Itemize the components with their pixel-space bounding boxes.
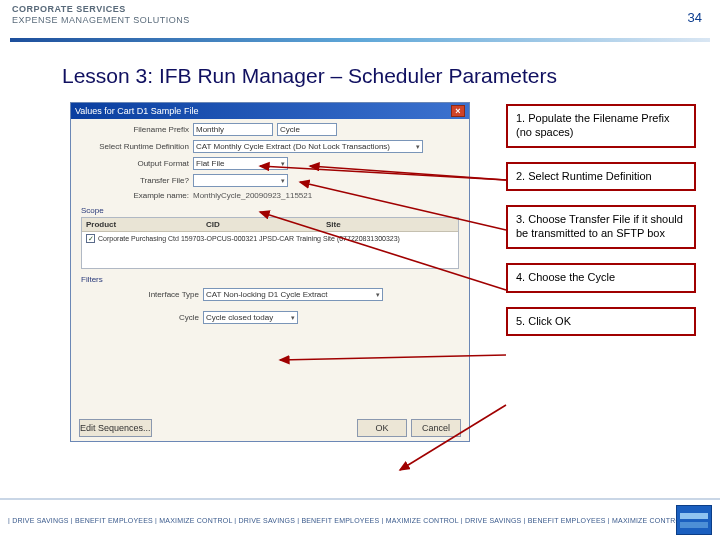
scope-col-product: Product: [82, 218, 202, 231]
filename-prefix-input-1[interactable]: Monthly: [193, 123, 273, 136]
scope-row[interactable]: ✓ Corporate Purchasing Ctd 159703-OPCUS-…: [82, 232, 458, 245]
scope-header-row: Product CID Site: [82, 218, 458, 232]
callout-1: 1. Populate the Filename Prefix (no spac…: [506, 104, 696, 148]
filename-prefix-input-2[interactable]: Cycle: [277, 123, 337, 136]
example-name-value: MonthlyCycle_20090923_115521: [193, 191, 312, 200]
slide-footer: | DRIVE SAVINGS | BENEFIT EMPLOYEES | MA…: [0, 498, 720, 540]
scope-row-text: Corporate Purchasing Ctd 159703-OPCUS-00…: [98, 235, 400, 242]
runtime-def-label: Select Runtime Definition: [79, 142, 189, 151]
callout-list: 1. Populate the Filename Prefix (no spac…: [506, 104, 696, 336]
brand-line2: EXPENSE MANAGEMENT SOLUTIONS: [12, 15, 190, 25]
slide-header: CORPORATE SERVICES EXPENSE MANAGEMENT SO…: [0, 0, 720, 38]
example-name-label: Example name:: [79, 191, 189, 200]
ok-button[interactable]: OK: [357, 419, 407, 437]
content-area: Values for Cart D1 Sample File × Filenam…: [0, 102, 720, 452]
page-number: 34: [688, 10, 702, 25]
slide-title: Lesson 3: IFB Run Manager – Scheduler Pa…: [0, 42, 720, 102]
dialog-title: Values for Cart D1 Sample File: [75, 106, 198, 116]
dialog-titlebar[interactable]: Values for Cart D1 Sample File ×: [71, 103, 469, 119]
cycle-label: Cycle: [89, 313, 199, 322]
callout-5: 5. Click OK: [506, 307, 696, 337]
scope-col-cid: CID: [202, 218, 322, 231]
transfer-file-dropdown[interactable]: [193, 174, 288, 187]
interface-type-dropdown[interactable]: CAT Non-locking D1 Cycle Extract: [203, 288, 383, 301]
brand-line1: CORPORATE SERVICES: [12, 4, 190, 14]
scope-col-site: Site: [322, 218, 458, 231]
callout-4: 4. Choose the Cycle: [506, 263, 696, 293]
output-format-dropdown[interactable]: Flat File: [193, 157, 288, 170]
scope-row-checkbox[interactable]: ✓: [86, 234, 95, 243]
transfer-file-label: Transfer File?: [79, 176, 189, 185]
runtime-def-dropdown[interactable]: CAT Monthly Cycle Extract (Do Not Lock T…: [193, 140, 423, 153]
scope-section-label: Scope: [81, 206, 469, 215]
amex-logo-icon: [676, 505, 712, 535]
close-icon[interactable]: ×: [451, 105, 465, 117]
edit-sequences-button[interactable]: Edit Sequences...: [79, 419, 152, 437]
filename-prefix-label: Filename Prefix: [79, 125, 189, 134]
cancel-button[interactable]: Cancel: [411, 419, 461, 437]
output-format-label: Output Format: [79, 159, 189, 168]
footer-tagline: | DRIVE SAVINGS | BENEFIT EMPLOYEES | MA…: [8, 517, 676, 524]
brand-block: CORPORATE SERVICES EXPENSE MANAGEMENT SO…: [12, 4, 190, 25]
callout-3: 3. Choose Transfer File if it should be …: [506, 205, 696, 249]
scope-table: Product CID Site ✓ Corporate Purchasing …: [81, 217, 459, 269]
callout-2: 2. Select Runtime Definition: [506, 162, 696, 192]
filters-section-label: Filters: [81, 275, 469, 284]
interface-type-label: Interface Type: [89, 290, 199, 299]
cycle-dropdown[interactable]: Cycle closed today: [203, 311, 298, 324]
dialog-window: Values for Cart D1 Sample File × Filenam…: [70, 102, 470, 442]
